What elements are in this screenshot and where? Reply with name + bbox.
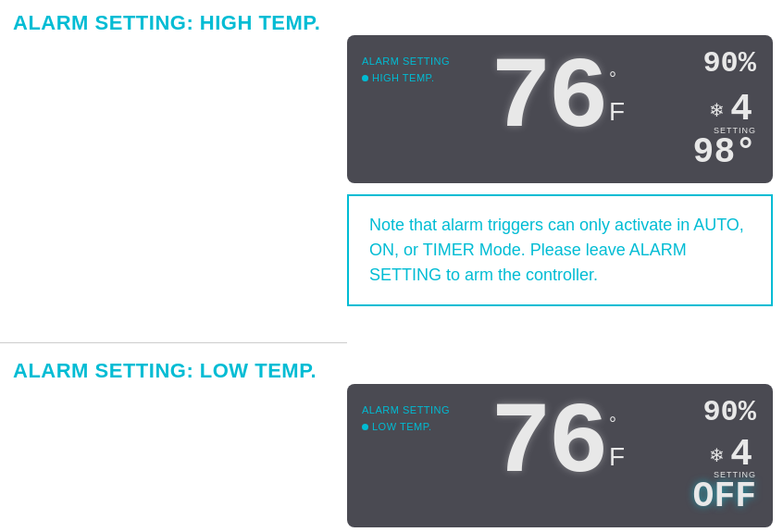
bottom-main-number: 76 — [491, 393, 605, 495]
top-fan-number: 4 — [730, 89, 752, 130]
top-main-value-area: 76 ° F — [491, 48, 625, 150]
top-degree-symbol: ° — [609, 68, 616, 90]
bottom-alarm-sublabel: LOW TEMP. — [362, 421, 450, 432]
top-corner-percent: 90% — [702, 46, 756, 80]
bottom-setting-value: OFF — [693, 479, 756, 514]
bottom-heading: ALARM SETTING: LOW TEMP. — [13, 359, 317, 383]
bottom-main-value-area: 76 ° F — [491, 393, 625, 495]
bottom-corner-percent: 90% — [702, 395, 756, 429]
bottom-setting-area: SETTING OFF — [693, 470, 756, 514]
top-fan-area: ❄ 4 — [709, 89, 752, 130]
bottom-display-panel: 90% ALARM SETTING LOW TEMP. 76 ° F ❄ 4 S… — [347, 384, 773, 527]
top-unit-f: F — [609, 97, 625, 127]
top-fan-icon: ❄ — [709, 99, 725, 121]
top-setting-area: SETTING 98° — [693, 126, 756, 170]
bottom-dot-indicator — [362, 424, 368, 430]
top-heading: ALARM SETTING: HIGH TEMP. — [13, 11, 320, 35]
top-display-panel: 90% ALARM SETTING HIGH TEMP. 76 ° F ❄ 4 … — [347, 35, 773, 183]
top-setting-value: 98° — [693, 135, 756, 170]
bottom-unit-f: F — [609, 442, 625, 472]
bottom-alarm-label: ALARM SETTING — [362, 404, 450, 415]
bottom-degree-symbol: ° — [609, 414, 616, 435]
bottom-fan-icon: ❄ — [709, 444, 725, 466]
note-box: Note that alarm triggers can only activa… — [347, 194, 773, 306]
top-main-number: 76 — [491, 48, 605, 150]
note-text: Note that alarm triggers can only activa… — [369, 213, 751, 288]
section-divider — [0, 342, 347, 343]
top-alarm-label: ALARM SETTING — [362, 56, 450, 67]
top-alarm-sublabel: HIGH TEMP. — [362, 72, 450, 83]
top-dot-indicator — [362, 75, 368, 81]
